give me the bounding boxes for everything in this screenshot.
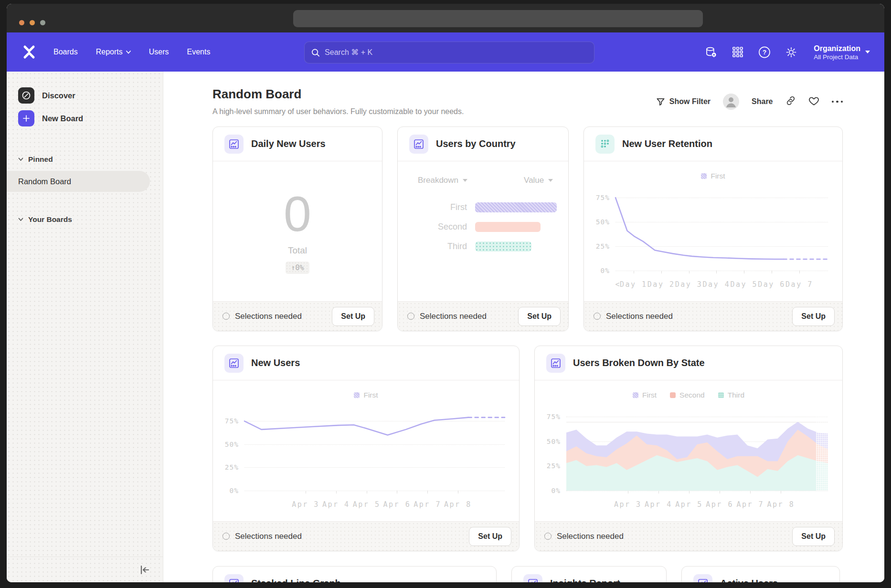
mixpanel-logo-icon[interactable]: [21, 44, 37, 60]
apps-grid-icon[interactable]: [732, 46, 744, 58]
axis-tick: [716, 271, 717, 273]
axis-tick: [661, 271, 662, 273]
status-text: Selections needed: [420, 312, 487, 321]
nav-item-reports[interactable]: Reports: [96, 48, 131, 56]
card-daily-new-users: Daily New Users 0 Total ↑0% Selections n…: [212, 126, 382, 331]
svg-text:?: ?: [763, 49, 766, 56]
help-icon[interactable]: ?: [758, 46, 771, 58]
share-button[interactable]: Share: [752, 97, 773, 106]
sidebar-item-discover[interactable]: Discover: [7, 84, 163, 107]
page-subtitle: A high-level summary of user behaviors. …: [212, 107, 464, 116]
x-tick-label: Apr 3: [614, 500, 642, 509]
setup-button[interactable]: Set Up: [469, 527, 511, 546]
chevron-down-icon: [126, 51, 131, 54]
nav-item-boards[interactable]: Boards: [53, 48, 78, 56]
browser-chrome: [7, 4, 884, 32]
legend-swatch: [701, 173, 707, 179]
axis-tick: [750, 491, 751, 494]
global-search[interactable]: [304, 42, 594, 63]
y-tick-label: 25%: [539, 462, 561, 470]
more-options-icon[interactable]: [832, 101, 843, 103]
search-icon: [311, 48, 320, 57]
copy-link-icon[interactable]: [785, 95, 796, 108]
sidebar-item-random-board[interactable]: Random Board: [7, 171, 150, 192]
card-users-by-state: Users Broken Down By State First Second …: [534, 346, 843, 551]
sidebar-item-label: Discover: [42, 91, 75, 100]
x-tick-label: Apr 4: [322, 500, 350, 509]
x-tick-label: Apr 6: [383, 500, 411, 509]
status-circle-icon: [544, 533, 552, 540]
bar-third: [475, 242, 531, 252]
card-active-users: Active Users: [681, 566, 840, 582]
sidebar-section-label: Your Boards: [28, 215, 72, 224]
settings-gear-icon[interactable]: [785, 46, 797, 58]
y-tick-label: 50%: [217, 441, 239, 448]
y-tick-label: 0%: [588, 267, 610, 274]
axis-tick: [781, 491, 781, 494]
line-chart-icon: [224, 135, 244, 154]
bar-row: Second: [398, 221, 568, 232]
nav-item-events[interactable]: Events: [187, 48, 211, 56]
x-tick-label: Apr 3: [292, 500, 319, 509]
line-chart-icon: [546, 354, 565, 373]
show-filter-label: Show Filter: [669, 97, 711, 106]
breakdown-label: Breakdown: [418, 176, 458, 185]
x-tick-label: Day 4: [703, 280, 731, 289]
search-input[interactable]: [325, 48, 587, 57]
card-title: New Users: [251, 357, 300, 368]
breakdown-dropdown[interactable]: Breakdown: [418, 176, 467, 185]
avatar[interactable]: [723, 94, 739, 110]
bar-label: Second: [398, 222, 467, 232]
bar-row: Third: [398, 241, 568, 252]
sidebar: Discover New Board Pinned Random Board Y…: [7, 72, 163, 582]
show-filter-button[interactable]: Show Filter: [656, 97, 711, 106]
legend-swatch: [718, 392, 724, 398]
setup-button[interactable]: Set Up: [332, 307, 374, 326]
x-tick-label: Day 7: [785, 280, 813, 289]
value-dropdown[interactable]: Value: [524, 176, 553, 185]
url-bar[interactable]: [293, 10, 703, 27]
grid-line: [566, 491, 828, 491]
card-insights-report: Insights Report: [511, 566, 667, 582]
board-main: Random Board A high-level summary of use…: [163, 72, 884, 582]
sidebar-section-pinned[interactable]: Pinned: [7, 151, 163, 168]
sidebar-section-your-boards[interactable]: Your Boards: [7, 211, 163, 228]
sidebar-item-label: Random Board: [18, 177, 71, 186]
sidebar-item-label: New Board: [42, 114, 83, 123]
favorite-heart-icon[interactable]: [808, 96, 819, 108]
card-stacked-line-graph: Stacked Line Graph: [212, 566, 497, 582]
axis-tick: [720, 491, 720, 494]
status-circle-icon: [407, 313, 414, 320]
bar-label: Third: [398, 242, 467, 252]
close-window-button[interactable]: [19, 20, 24, 25]
status-text: Selections needed: [235, 532, 302, 541]
y-tick-label: 75%: [588, 194, 610, 201]
setup-button[interactable]: Set Up: [518, 307, 561, 326]
collapse-sidebar-icon[interactable]: [139, 565, 150, 575]
org-project-label: All Project Data: [814, 53, 860, 61]
line-chart-icon: [523, 574, 542, 583]
x-tick-label: Day 5: [730, 280, 758, 289]
minimize-window-button[interactable]: [30, 20, 35, 25]
metric-label: Total: [288, 245, 307, 256]
x-tick-label: Day 2: [647, 280, 675, 289]
sidebar-item-new-board[interactable]: New Board: [7, 107, 163, 130]
axis-tick: [306, 491, 306, 494]
status-circle-icon: [223, 313, 230, 320]
nav-item-users[interactable]: Users: [149, 48, 169, 56]
axis-tick: [336, 491, 337, 494]
axis-tick: [628, 491, 628, 494]
setup-button[interactable]: Set Up: [792, 307, 835, 326]
legend-item-third: Third: [718, 391, 744, 399]
zoom-window-button[interactable]: [40, 20, 45, 25]
y-tick-label: 75%: [539, 413, 561, 420]
chevron-down-icon: [18, 158, 23, 161]
state-stacked-area-chart: 75%50%25%0%Apr 3Apr 4Apr 5Apr 6Apr 7Apr …: [566, 412, 828, 491]
data-management-icon[interactable]: [705, 46, 717, 58]
setup-button[interactable]: Set Up: [792, 527, 835, 546]
card-title: Insights Report: [550, 578, 620, 582]
org-switcher[interactable]: Organization All Project Data: [814, 43, 870, 61]
grid-line: [244, 491, 505, 491]
card-title: Daily New Users: [251, 138, 326, 149]
y-tick-label: 0%: [539, 487, 561, 494]
